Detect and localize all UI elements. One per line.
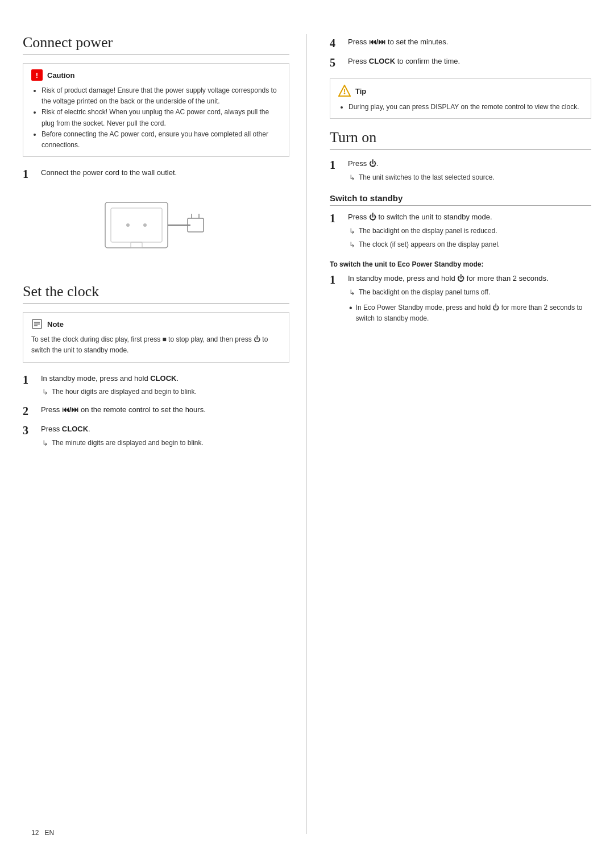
step-4-number: 4 <box>330 36 342 50</box>
step-5: 5 Press CLOCK to confirm the time. <box>330 56 591 69</box>
step-eco-1-number: 1 <box>330 273 342 286</box>
right-column: 4 Press ⏮/⏭ to set the minutes. 5 Press … <box>307 34 591 834</box>
arrow-standby-1: ↳ <box>349 226 355 238</box>
svg-rect-8 <box>131 242 142 248</box>
tip-item-1: During play, you can press DISPLAY on th… <box>349 102 583 113</box>
svg-point-6 <box>126 223 130 227</box>
step-4-content: Press ⏮/⏭ to set the minutes. <box>348 36 591 48</box>
caution-header: ! Caution <box>31 69 281 81</box>
bullet-dot: • <box>349 302 352 313</box>
step-connect-1-content: Connect the power cord to the wall outle… <box>41 167 289 179</box>
step-5-bold: CLOCK <box>369 57 395 65</box>
tip-display-bold: DISPLAY <box>431 103 459 111</box>
step-eco-1-content: In standby mode, press and hold ⏻ for mo… <box>348 273 591 324</box>
step-turnon-1: 1 Press ⏻. ↳ The unit switches to the la… <box>330 158 591 184</box>
tip-label: Tip <box>355 87 366 95</box>
step-eco-1-result-text: The backlight on the display panel turns… <box>359 287 490 297</box>
svg-rect-0 <box>105 202 168 248</box>
caution-item-2: Risk of electric shock! When you unplug … <box>42 107 281 128</box>
step-clock-1-number: 1 <box>23 373 35 387</box>
step-eco-1-result: ↳ The backlight on the display panel tur… <box>349 287 591 299</box>
caution-icon: ! <box>31 69 43 81</box>
tip-list: During play, you can press DISPLAY on th… <box>338 102 583 113</box>
step-turnon-1-result-text: The unit switches to the last selected s… <box>359 172 495 182</box>
arrow-eco-1: ↳ <box>349 287 355 299</box>
clock-keyword-3: CLOCK <box>62 425 88 433</box>
turn-on-title: Turn on <box>330 129 591 150</box>
step-4-bold: ⏮/⏭ <box>369 38 386 46</box>
step-standby-1-result-1: ↳ The backlight on the display panel is … <box>349 226 591 238</box>
eco-steps: 1 In standby mode, press and hold ⏻ for … <box>330 273 591 324</box>
clock-keyword-1: CLOCK <box>150 374 176 383</box>
step-clock-3-result: ↳ The minute digits are displayed and be… <box>42 438 289 450</box>
tip-header: Tip <box>338 85 583 97</box>
eco-standby-label: To switch the unit to Eco Power Standby … <box>330 260 591 268</box>
step-clock-1-result-text: The hour digits are displayed and begin … <box>52 387 197 397</box>
step-standby-1-result-1-text: The backlight on the display panel is re… <box>359 226 497 236</box>
step-turnon-1-result: ↳ The unit switches to the last selected… <box>349 172 591 184</box>
device-illustration <box>99 191 213 271</box>
arrow-standby-2: ↳ <box>349 239 355 251</box>
step-turnon-1-number: 1 <box>330 158 342 172</box>
step-clock-3-number: 3 <box>23 423 35 437</box>
step-standby-1-content: Press ⏻ to switch the unit to standby mo… <box>348 211 591 251</box>
step-eco-1-bullet-text: In Eco Power Standby mode, press and hol… <box>356 302 591 324</box>
step-standby-1-result-2-text: The clock (if set) appears on the displa… <box>359 239 500 250</box>
step-clock-1: 1 In standby mode, press and hold CLOCK.… <box>23 373 289 399</box>
step-clock-3-result-text: The minute digits are displayed and begi… <box>52 438 204 448</box>
note-label: Note <box>47 320 64 329</box>
caution-item-3: Before connecting the AC power cord, ens… <box>42 129 281 151</box>
step-4: 4 Press ⏮/⏭ to set the minutes. <box>330 36 591 50</box>
step-clock-2: 2 Press ⏮/⏭ on the remote control to set… <box>23 404 289 418</box>
tip-icon <box>338 85 351 97</box>
arrow-3: ↳ <box>42 438 48 450</box>
page-number: 12 <box>31 829 39 837</box>
left-column: Connect power ! Caution Risk of product … <box>23 34 307 834</box>
continued-steps: 4 Press ⏮/⏭ to set the minutes. 5 Press … <box>330 36 591 69</box>
step-standby-1-number: 1 <box>330 211 342 225</box>
step-standby-1: 1 Press ⏻ to switch the unit to standby … <box>330 211 591 251</box>
switch-standby-title: Switch to standby <box>330 193 591 206</box>
caution-label: Caution <box>47 71 74 80</box>
page: Connect power ! Caution Risk of product … <box>0 0 614 868</box>
note-box: Note To set the clock during disc play, … <box>23 312 289 362</box>
connect-power-steps: 1 Connect the power cord to the wall out… <box>23 167 289 181</box>
step-clock-2-content: Press ⏮/⏭ on the remote control to set t… <box>41 404 289 416</box>
step-connect-1-text: Connect the power cord to the wall outle… <box>41 168 177 177</box>
step-turnon-1-content: Press ⏻. ↳ The unit switches to the last… <box>348 158 591 184</box>
step-standby-1-result-2: ↳ The clock (if set) appears on the disp… <box>349 239 591 251</box>
svg-point-14 <box>344 93 346 94</box>
note-icon <box>31 318 43 330</box>
arrow-turnon: ↳ <box>349 172 355 184</box>
step-clock-3-content: Press CLOCK. ↳ The minute digits are dis… <box>41 423 289 450</box>
connect-power-title: Connect power <box>23 34 289 55</box>
note-header: Note <box>31 318 281 330</box>
step-clock-1-result: ↳ The hour digits are displayed and begi… <box>42 387 289 398</box>
step-number-1: 1 <box>23 167 35 181</box>
tip-box: Tip During play, you can press DISPLAY o… <box>330 78 591 119</box>
page-footer: 12 EN <box>31 829 54 837</box>
page-lang: EN <box>44 829 54 837</box>
set-clock-steps: 1 In standby mode, press and hold CLOCK.… <box>23 373 289 450</box>
caution-box: ! Caution Risk of product damage! Ensure… <box>23 63 289 157</box>
caution-list: Risk of product damage! Ensure that the … <box>31 85 281 151</box>
step-eco-1: 1 In standby mode, press and hold ⏻ for … <box>330 273 591 324</box>
step-clock-2-number: 2 <box>23 404 35 418</box>
step-5-content: Press CLOCK to confirm the time. <box>348 56 591 68</box>
step-connect-1: 1 Connect the power cord to the wall out… <box>23 167 289 181</box>
svg-rect-1 <box>111 208 162 242</box>
caution-item-1: Risk of product damage! Ensure that the … <box>42 85 281 107</box>
standby-steps: 1 Press ⏻ to switch the unit to standby … <box>330 211 591 251</box>
step-clock-1-content: In standby mode, press and hold CLOCK. ↳… <box>41 373 289 399</box>
step-clock-3: 3 Press CLOCK. ↳ The minute digits are d… <box>23 423 289 450</box>
note-text: To set the clock during disc play, first… <box>31 334 281 356</box>
arrow-1: ↳ <box>42 387 48 398</box>
svg-point-7 <box>143 223 147 227</box>
step-5-number: 5 <box>330 56 342 69</box>
step-eco-1-bullet: • In Eco Power Standby mode, press and h… <box>349 302 591 324</box>
turn-on-steps: 1 Press ⏻. ↳ The unit switches to the la… <box>330 158 591 184</box>
clock-keyword-2: ⏮/⏭ <box>62 405 79 414</box>
set-clock-title: Set the clock <box>23 283 289 304</box>
